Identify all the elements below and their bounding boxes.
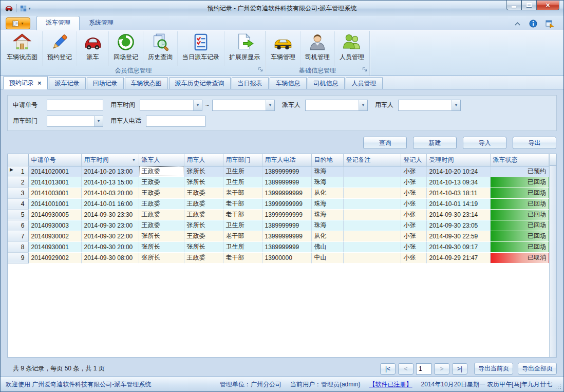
cell-user[interactable]: 张所长 [184, 241, 223, 252]
column-header-user[interactable]: 用车人 [184, 154, 223, 166]
cell-user[interactable]: 张所长 [184, 166, 223, 177]
quick-access-toolbar-button[interactable]: ▼ [20, 5, 31, 12]
row-selector[interactable]: 2 [8, 177, 28, 188]
doc-tab-dispatch-records[interactable]: 派车记录 [49, 77, 86, 89]
department-combo[interactable]: ▼ [47, 116, 103, 127]
next-page-button[interactable]: > [434, 363, 449, 375]
table-row[interactable]: 2201410130012014-10-13 15:00王政委张所长卫生所138… [8, 177, 549, 188]
row-selector[interactable]: 7 [8, 231, 28, 241]
cell-accept-time[interactable]: 2014-10-01 14:19 [426, 198, 490, 209]
export-button[interactable]: 导出 [513, 137, 556, 149]
chevron-down-icon[interactable]: ▼ [94, 116, 103, 126]
cell-user-phone[interactable]: 13999999999 [262, 188, 311, 198]
cell-request-no[interactable]: 20140930002 [28, 231, 81, 241]
table-row[interactable]: ▶1201410200012014-10-20 13:00王政委张所长卫生所13… [8, 166, 549, 177]
cell-use-time[interactable]: 2014-09-30 22:00 [81, 231, 139, 241]
cell-registrar[interactable]: 小张 [401, 166, 426, 177]
row-selector[interactable]: 5 [8, 209, 28, 220]
cell-dispatcher[interactable]: 张所长 [139, 231, 184, 241]
vehicle-status-map-button[interactable]: 车辆状态图 [2, 31, 42, 66]
about-window-icon[interactable] [546, 20, 554, 28]
cell-registrar[interactable]: 小张 [401, 198, 426, 209]
cell-accept-time[interactable]: 2014-10-13 09:34 [426, 177, 490, 188]
personnel-management-button[interactable]: 人员管理 [334, 31, 369, 66]
cell-destination[interactable]: 中山 [311, 252, 343, 263]
dispatcher-combo[interactable]: ▼ [305, 100, 368, 111]
cell-register-remark[interactable] [343, 177, 401, 188]
cell-dispatch-status[interactable]: 已回场 [490, 241, 549, 252]
cell-destination[interactable]: 从化 [311, 188, 343, 198]
cell-user-phone[interactable]: 1389999999 [262, 166, 311, 177]
cell-destination[interactable]: 珠海 [311, 166, 343, 177]
cell-request-no[interactable]: 20141013001 [28, 177, 81, 188]
cell-dispatcher[interactable]: 王政委 [139, 198, 184, 209]
cell-dispatcher[interactable]: 王政委 [139, 188, 184, 198]
cell-user[interactable]: 王政委 [184, 231, 223, 241]
cell-use-time[interactable]: 2014-09-30 20:00 [81, 241, 139, 252]
cell-user[interactable]: 张所长 [184, 177, 223, 188]
cell-user[interactable]: 王政委 [184, 198, 223, 209]
cell-accept-time[interactable]: 2014-09-30 09:17 [426, 241, 490, 252]
row-selector[interactable]: ▶1 [8, 166, 28, 177]
cell-department[interactable]: 老干部 [223, 231, 262, 241]
cell-use-time[interactable]: 2014-10-20 13:00 [81, 166, 139, 177]
table-row[interactable]: 4201410010012014-10-01 16:00王政委王政委老干部139… [8, 198, 549, 209]
table-row[interactable]: 8201409300012014-09-30 20:00张所长张所长卫生所138… [8, 241, 549, 252]
cell-dispatcher[interactable]: 张所长 [139, 252, 184, 263]
column-header-registrar[interactable]: 登记人 [401, 154, 426, 166]
chevron-down-icon[interactable]: ▼ [266, 100, 274, 110]
cell-user-phone[interactable]: 1389999999 [262, 241, 311, 252]
cell-dispatch-status[interactable]: 已回场 [490, 198, 549, 209]
cell-destination[interactable]: 珠海 [311, 209, 343, 220]
cell-accept-time[interactable]: 2014-09-30 23:05 [426, 220, 490, 231]
cell-dispatch-status[interactable]: 已回场 [490, 231, 549, 241]
close-tab-icon[interactable]: × [37, 80, 42, 86]
doc-tab-reservation-records[interactable]: 预约记录× [3, 76, 48, 89]
cell-request-no[interactable]: 20140930001 [28, 241, 81, 252]
column-header-request-no[interactable]: 申请单号 [28, 154, 81, 166]
cell-use-time[interactable]: 2014-09-30 08:00 [81, 252, 139, 263]
column-header-dispatch-status[interactable]: 派车状态 [490, 154, 549, 166]
cell-user-phone[interactable]: 13999999999 [262, 231, 311, 241]
first-page-button[interactable]: |< [380, 363, 396, 375]
chevron-down-icon[interactable]: ▼ [193, 100, 202, 110]
cell-register-remark[interactable] [343, 209, 401, 220]
cell-request-no[interactable]: 20140929002 [28, 252, 81, 263]
phone-input[interactable] [146, 116, 205, 127]
table-row[interactable]: 6201409300032014-09-30 23:00王政委张所长卫生所138… [8, 220, 549, 231]
resize-grip[interactable] [560, 388, 561, 389]
doc-tab-daily-report[interactable]: 当日报表 [232, 77, 269, 89]
cell-department[interactable]: 卫生所 [223, 177, 262, 188]
cell-dispatch-status[interactable]: 已回场 [490, 188, 549, 198]
page-input[interactable] [416, 363, 431, 375]
cell-register-remark[interactable] [343, 198, 401, 209]
cell-register-remark[interactable] [343, 252, 401, 263]
reservation-register-button[interactable]: 预约登记 [42, 31, 77, 66]
table-row[interactable]: 7201409300022014-09-30 22:00张所长王政委老干部139… [8, 231, 549, 241]
cell-register-remark[interactable] [343, 231, 401, 241]
cell-registrar[interactable]: 小张 [401, 188, 426, 198]
cell-dispatcher[interactable]: 王政委 [139, 177, 184, 188]
cell-dispatch-status[interactable]: 已取消 [490, 252, 549, 263]
column-header-user-phone[interactable]: 用车人电话 [262, 154, 311, 166]
app-menu-button[interactable]: ▼ [6, 17, 30, 29]
cell-department[interactable]: 卫生所 [223, 166, 262, 177]
use-time-from-combo[interactable]: ▼ [140, 100, 202, 111]
doc-tab-dispatch-history-query[interactable]: 派车历史记录查询 [169, 77, 231, 89]
table-row[interactable]: 3201410030012014-10-03 20:00王政委王政委老干部139… [8, 188, 549, 198]
doc-tab-personnel-management[interactable]: 人员管理 [346, 77, 383, 89]
cell-request-no[interactable]: 20141003001 [28, 188, 81, 198]
cell-destination[interactable]: 珠海 [311, 198, 343, 209]
export-current-page-button[interactable]: 导出当前页 [474, 363, 513, 375]
cell-request-no[interactable]: 20140930005 [28, 209, 81, 220]
column-header-accept-time[interactable]: 受理时间 [426, 154, 490, 166]
row-selector[interactable]: 3 [8, 188, 28, 198]
cell-user[interactable]: 王政委 [184, 209, 223, 220]
cell-user-phone[interactable]: 13999999999 [262, 209, 311, 220]
chevron-down-icon[interactable]: ▼ [452, 100, 460, 110]
table-row[interactable]: 9201409290022014-09-30 08:00张所长王政委老干部139… [8, 252, 549, 263]
row-selector[interactable]: 8 [8, 241, 28, 252]
cell-registrar[interactable]: 小张 [401, 241, 426, 252]
cell-registrar[interactable]: 小张 [401, 209, 426, 220]
cell-request-no[interactable]: 20141001001 [28, 198, 81, 209]
